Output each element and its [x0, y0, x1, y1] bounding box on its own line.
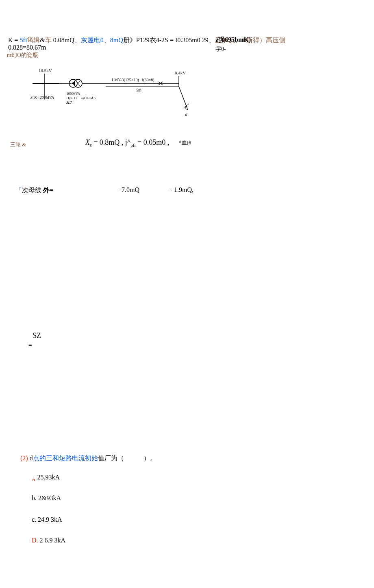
header-p7: 、灰屋电0、8mQ: [74, 37, 123, 44]
line2-text: 次母线: [22, 187, 43, 194]
xs-var: X: [85, 138, 90, 146]
option-a-label: A: [32, 476, 35, 482]
pfi-sub: pfi: [130, 143, 135, 148]
voltage-right-label: 0.4kV: [175, 70, 186, 75]
option-b-value: 2&93kA: [37, 494, 61, 501]
sl-label: SL7: [66, 100, 72, 105]
option-a-value: 25.93kA: [35, 474, 60, 481]
header-right1: z强695bmK)；: [215, 36, 257, 44]
svg-line-14: [179, 87, 187, 108]
q2-mid: 点的三和短路电流初始: [33, 455, 98, 462]
option-d-value: 2 6.9 3kA: [38, 537, 66, 544]
header-p6: 0.08mQ: [52, 37, 74, 44]
q2-num: (2): [20, 455, 28, 462]
uk-label: uK%=4.5: [81, 96, 96, 100]
line2-left: 「次母线 外=: [15, 186, 53, 195]
circuit-diagram: 10.5kV 0.4kV LMY-3(125×10)+1(80×8) 5m d …: [24, 67, 207, 124]
line1-right: *血(6: [179, 139, 191, 146]
header-p8: 册》P129衣4-2S: [123, 37, 168, 44]
line2-mid: =7.0mQ: [118, 186, 139, 194]
q2-val: 值厂为（ ）。: [98, 455, 157, 462]
cable-label: LMY-3(125×10)+1(80×8): [112, 78, 154, 83]
header-p2: 5fi: [18, 37, 27, 44]
line2-right: = 1.9mQ,: [169, 186, 194, 194]
option-c-value: 24.9 3kA: [36, 516, 62, 523]
option-c: c. 24.9 3kA: [32, 516, 62, 523]
header-p9: = I0.305m0 29、: [168, 37, 215, 44]
header-right2: 字0-: [215, 46, 226, 53]
header-p3: 筠辑: [27, 37, 40, 44]
header-line2: 0.828=80.67m: [8, 44, 46, 51]
voltage-left-label: 10.5kV: [39, 68, 52, 73]
q2-d: d: [28, 455, 33, 462]
option-c-label: c.: [32, 516, 36, 523]
transformer-kva-label: 1000kVA: [66, 91, 80, 96]
option-a: A 25.93kA: [32, 474, 60, 483]
option-d: D. 2 6.9 3kA: [32, 537, 65, 544]
header-right1-b: ；: [251, 36, 257, 43]
header-p5: 车: [45, 37, 52, 44]
header-p4: &: [40, 37, 45, 44]
option-d-label: D.: [32, 537, 38, 544]
sk-label: S''K=200MVA: [30, 95, 54, 100]
header-k: K =: [8, 37, 18, 44]
header-line2-text: 0.828=80.67m: [8, 44, 46, 51]
line2-bracket: 「: [15, 187, 22, 194]
question-2: (2) d点的三和短路电流初始值厂为（ ）。: [20, 454, 157, 463]
option-b-label: b.: [32, 494, 37, 501]
line2-wai: 外=: [43, 187, 53, 194]
xs-eq: = 0.8mQ , j^: [92, 138, 131, 146]
point-d-label: d: [185, 112, 187, 117]
line1-mid: Xs = 0.8mQ , j^pfi = 0.05m0 ,: [85, 138, 169, 148]
header-line3: m幻O的瓷瓶: [7, 52, 38, 59]
transformer-type-label: Dyn 11: [66, 96, 77, 100]
option-b: b. 2&93kA: [32, 494, 61, 502]
line1-left: 三筇 &: [10, 141, 26, 148]
header-line3-b: 幻O的瓷瓶: [11, 52, 38, 58]
header-right1-a: z强695bmK): [215, 36, 251, 43]
length-label: 5m: [136, 88, 141, 92]
sz-text: SZ: [33, 331, 41, 340]
pfi-eq: = 0.05m0 ,: [136, 138, 170, 146]
header-line3-m: m: [7, 52, 11, 58]
sz-eq: =: [28, 342, 32, 349]
